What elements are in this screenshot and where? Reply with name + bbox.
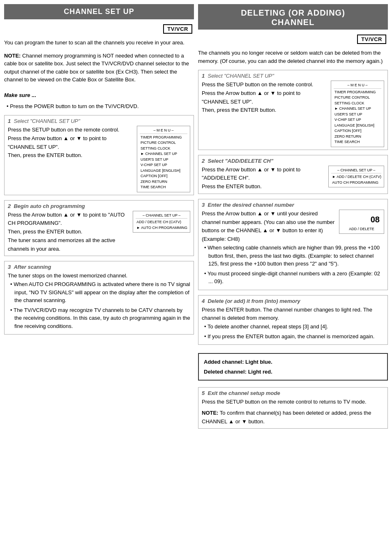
left-note-bold: NOTE: <box>4 53 21 59</box>
right-step2-menu-title: – CHANNEL SET UP – <box>331 168 381 174</box>
right-step2-menu: – CHANNEL SET UP – ADD / DELETE CH (CATV… <box>328 166 384 188</box>
right-step1-menu-item-5: V-CHIP SET UP <box>334 117 381 123</box>
right-step1-heading: 1 Select "CHANNEL SET UP" <box>202 73 384 79</box>
right-step1-number: 1 <box>202 73 205 79</box>
left-step1-menu-item-5: V-CHIP SET UP <box>140 162 187 168</box>
right-step3-content: Press the Arrow button ▲ or ▼ until your… <box>202 210 384 244</box>
make-sure-heading: Make sure ... <box>4 92 194 98</box>
right-step4-box: 4 Delete (or add) it from (into) memory … <box>198 295 388 345</box>
right-tv-vcr-badge: TV/VCR <box>357 35 386 44</box>
left-step2-number: 2 <box>8 203 11 209</box>
right-step4-bullet1: • To delete another channel, repeat step… <box>202 323 384 331</box>
left-step2-menu-item-0: ADD / DELETE CH (CATV) <box>136 219 187 225</box>
right-step4-title: Delete (or add) it from (into) memory <box>208 298 300 304</box>
right-step1-menu: – M E N U – TIMER PROGRAMMING PICTURE CO… <box>331 81 384 147</box>
left-step1-heading: 1 Select "CHANNEL SET UP" <box>8 118 190 124</box>
right-step1-menu-item-9: TIME SEARCH <box>334 139 381 145</box>
right-step1-menu-item-8: ZERO RETURN <box>334 134 381 140</box>
right-step2-content: Press the Arrow button ▲ or ▼ to point t… <box>202 166 384 191</box>
left-step2-title: Begin auto ch programming <box>14 203 85 209</box>
left-step2-line2: Then, press the ENTER button. <box>8 228 129 236</box>
left-step3-number: 3 <box>8 264 11 270</box>
left-step1-menu: – M E N U – TIMER PROGRAMMING PICTURE CO… <box>137 126 190 192</box>
left-title: CHANNEL SET UP <box>4 4 194 19</box>
left-step1-menu-item-1: PICTURE CONTROL <box>140 140 187 146</box>
added-channel-line: Added channel: Light blue. <box>204 357 382 367</box>
right-step1-text: Press the SETUP button on the remote con… <box>202 81 327 115</box>
right-step1-menu-item-6: LANGUAGE [ENGLISH] <box>334 123 381 129</box>
right-title: DELETING (OR ADDING) CHANNEL <box>198 4 388 30</box>
left-step3-box: 3 After scanning The tuner stops on the … <box>4 261 194 335</box>
right-step2-menu-item-1: AUTO CH PROGRAMMING <box>331 180 381 186</box>
right-step3-number: 3 <box>202 202 205 208</box>
left-step3-bullet1: • When AUTO CH PROGRAMMING is activated … <box>8 280 190 305</box>
left-step1-menu-item-0: TIMER PROGRAMMING <box>140 135 187 141</box>
left-step2-menu-title: – CHANNEL SET UP – <box>136 213 187 219</box>
left-step1-title: Select "CHANNEL SET UP" <box>14 118 80 124</box>
right-step1-box: 1 Select "CHANNEL SET UP" Press the SETU… <box>198 70 388 150</box>
right-step3-box: 3 Enter the desired channel number Press… <box>198 199 388 290</box>
left-step1-menu-item-9: TIME SEARCH <box>140 185 187 190</box>
right-column: DELETING (OR ADDING) CHANNEL TV/VCR The … <box>198 4 388 550</box>
left-step3-title: After scanning <box>14 264 51 270</box>
right-step1-menu-item-3: CHANNEL SET UP <box>334 106 381 112</box>
right-step1-menu-item-2: SETTING CLOCK <box>334 101 381 106</box>
right-step4-heading: 4 Delete (or add) it from (into) memory <box>202 298 384 304</box>
right-step2-text: Press the Arrow button ▲ or ▼ to point t… <box>202 166 325 191</box>
right-step2-line2: Press the ENTER button. <box>202 182 325 191</box>
right-step2-number: 2 <box>202 158 205 164</box>
right-intro: The channels you no longer receive or se… <box>198 49 388 65</box>
left-intro-1: You can program the tuner to scan all th… <box>4 39 194 47</box>
right-step5-box: 5 Exit the channel setup mode Press the … <box>198 387 388 429</box>
right-step3-screen: 08 ADD / DELETE <box>339 210 384 234</box>
right-step1-menu-item-0: TIMER PROGRAMMING <box>334 90 381 95</box>
left-step2-content: Press the Arrow button ▲ or ▼ to point t… <box>8 211 190 254</box>
channel-number: 08 <box>342 212 381 226</box>
right-step2-title: Select "ADD/DELETE CH" <box>208 158 273 164</box>
right-step5-title: Exit the channel setup mode <box>208 390 280 396</box>
right-step1-line1: Press the SETUP button on the remote con… <box>202 81 327 89</box>
right-step4-number: 4 <box>202 298 205 304</box>
right-step1-content: Press the SETUP button on the remote con… <box>202 81 384 147</box>
left-step1-menu-item-4: USER'S SET UP <box>140 157 187 163</box>
right-step1-line2: Press the Arrow button ▲ or ▼ to point t… <box>202 89 327 106</box>
left-step2-menu: – CHANNEL SET UP – ADD / DELETE CH (CATV… <box>133 211 190 233</box>
left-step1-menu-item-3: CHANNEL SET UP <box>140 151 187 157</box>
left-step2-menu-item-1: AUTO CH PROGRAMMING <box>136 225 187 231</box>
left-step1-menu-item-6: LANGUAGE [ENGLISH] <box>140 168 187 174</box>
right-step4-text: Press the ENTER button. The channel numb… <box>202 306 384 323</box>
right-title-line1: DELETING (OR ADDING) <box>241 8 345 17</box>
left-step2-box: 2 Begin auto ch programming Press the Ar… <box>4 200 194 256</box>
right-step5-note: NOTE: To confirm that channel(s) has bee… <box>202 409 384 426</box>
deleted-channel-line: Deleted channel: Light red. <box>204 367 382 376</box>
left-step1-line1: Press the SETUP button on the remote con… <box>8 126 134 134</box>
left-step2-heading: 2 Begin auto ch programming <box>8 203 190 209</box>
left-step2-text: Press the Arrow button ▲ or ▼ to point t… <box>8 211 129 254</box>
right-step3-line1: Press the Arrow button ▲ or ▼ until your… <box>202 210 336 244</box>
right-step2-box: 2 Select "ADD/DELETE CH" Press the Arrow… <box>198 155 388 194</box>
make-sure-bullet: • Press the POWER button to turn on the … <box>4 102 194 111</box>
right-step3-text: Press the Arrow button ▲ or ▼ until your… <box>202 210 336 244</box>
right-step1-line3: Then, press the ENTER button. <box>202 106 327 115</box>
right-step5-number: 5 <box>202 390 205 396</box>
left-intro-note: NOTE: Channel memory programming is NOT … <box>4 52 194 84</box>
left-step1-line3: Then, press the ENTER button. <box>8 151 134 160</box>
left-step3-bullet2: • The TV/VCR/DVD may recognize TV channe… <box>8 306 190 330</box>
left-step3-intro: The tuner stops on the lowest memorized … <box>8 272 190 280</box>
right-step3-heading: 3 Enter the desired channel number <box>202 202 384 208</box>
right-step3-bullet2: • You must proceed single-digit channel … <box>202 270 384 286</box>
left-step1-text: Press the SETUP button on the remote con… <box>8 126 134 160</box>
right-step2-heading: 2 Select "ADD/DELETE CH" <box>202 158 384 164</box>
left-step1-line2: Press the Arrow button ▲ or ▼ to point t… <box>8 134 134 152</box>
right-title-line2: CHANNEL <box>272 18 315 27</box>
left-step1-box: 1 Select "CHANNEL SET UP" Press the SETU… <box>4 115 194 195</box>
left-step1-content: Press the SETUP button on the remote con… <box>8 126 190 192</box>
right-step4-bullet2: • If you press the ENTER button again, t… <box>202 332 384 341</box>
left-step3-heading: 3 After scanning <box>8 264 190 270</box>
right-step1-menu-item-1: PICTURE CONTROL <box>334 95 381 101</box>
left-step2-line3: The tuner scans and memorizes all the ac… <box>8 236 129 254</box>
right-step5-note-bold: NOTE: <box>202 410 218 416</box>
right-step1-menu-title: – M E N U – <box>334 83 381 89</box>
right-step2-line1: Press the Arrow button ▲ or ▼ to point t… <box>202 166 325 183</box>
left-step1-menu-item-8: ZERO RETURN <box>140 179 187 185</box>
